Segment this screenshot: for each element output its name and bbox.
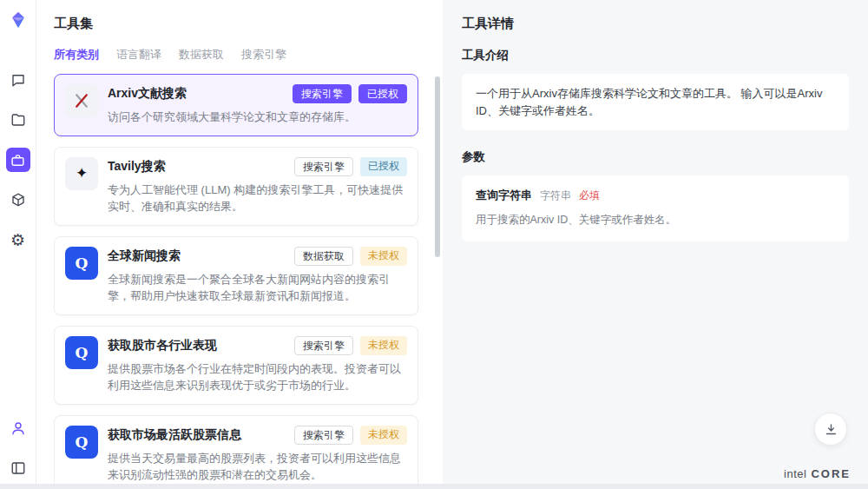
tool-title: 获取市场最活跃股票信息 xyxy=(108,427,241,443)
intro-text: 一个用于从Arxiv存储库搜索科学论文和文章的工具。 输入可以是Arxiv ID… xyxy=(476,87,822,117)
tool-title: 全球新闻搜索 xyxy=(108,248,181,264)
app-logo-icon xyxy=(9,10,28,33)
intro-heading: 工具介绍 xyxy=(462,48,849,63)
tool-detail-panel: 工具详情 工具介绍 一个用于从Arxiv存储库搜索科学论文和文章的工具。 输入可… xyxy=(443,0,868,489)
tool-card-most-active-stocks[interactable]: Q 获取市场最活跃股票信息 搜索引擎 未授权 提供当天交易量最高的股票列表，投资… xyxy=(54,415,418,485)
collapse-panel-icon[interactable] xyxy=(6,456,30,480)
param-card: 查询字符串 字符串 必填 用于搜索的Arxiv ID、关键字或作者姓名。 xyxy=(462,175,849,241)
tool-description: 全球新闻搜索是一个聚合全球各大新闻网站内容的搜索引擎，帮助用户快速获取全球最新资… xyxy=(108,271,407,305)
param-description: 用于搜索的Arxiv ID、关键字或作者姓名。 xyxy=(476,212,835,228)
auth-status-badge: 未授权 xyxy=(360,426,407,445)
tool-description: 提供当天交易量最高的股票列表，投资者可以利用这些信息来识别流动性强的股票和潜在的… xyxy=(108,450,407,484)
scrollbar-track xyxy=(435,76,440,480)
window-bottom-edge xyxy=(0,484,868,489)
arxiv-logo-icon xyxy=(65,84,98,117)
params-heading: 参数 xyxy=(462,149,849,165)
param-name: 查询字符串 xyxy=(476,187,532,204)
category-badge: 数据获取 xyxy=(294,247,353,266)
scrollbar-thumb[interactable] xyxy=(435,76,440,257)
toolbox-icon[interactable] xyxy=(6,148,30,172)
auth-status-badge: 未授权 xyxy=(360,247,407,266)
tool-title: 获取股市各行业表现 xyxy=(108,338,217,354)
tab-search-engine[interactable]: 搜索引擎 xyxy=(241,47,286,63)
tool-description: 专为人工智能代理 (LLM) 构建的搜索引擎工具，可快速提供实时、准确和真实的结… xyxy=(108,182,407,215)
intro-card: 一个用于从Arxiv存储库搜索科学论文和文章的工具。 输入可以是Arxiv ID… xyxy=(462,74,849,130)
tool-card-global-news[interactable]: Q 全球新闻搜索 数据获取 未授权 全球新闻搜索是一个聚合全球各大新闻网站内容的… xyxy=(54,236,418,315)
tool-card-tavily[interactable]: ✦ Tavily搜索 搜索引擎 已授权 专为人工智能代理 (LLM) 构建的搜索… xyxy=(54,147,418,226)
param-required-flag: 必填 xyxy=(579,188,600,203)
folder-icon[interactable] xyxy=(6,108,30,132)
tool-title: Tavily搜索 xyxy=(108,159,166,175)
tab-all-categories[interactable]: 所有类别 xyxy=(54,47,99,63)
intel-core-logo: intel CORE xyxy=(784,467,851,480)
stock-service-icon: Q xyxy=(65,336,98,369)
category-badge: 搜索引擎 xyxy=(294,157,353,176)
tab-translation[interactable]: 语言翻译 xyxy=(116,47,161,63)
stock-service-icon: Q xyxy=(65,426,98,459)
tool-description: 提供股票市场各个行业在特定时间段内的表现。投资者可以利用这些信息来识别表现优于或… xyxy=(108,360,407,394)
tavily-star-icon: ✦ xyxy=(65,157,98,190)
news-service-icon: Q xyxy=(65,247,98,280)
auth-status-badge: 未授权 xyxy=(360,336,407,355)
settings-gear-icon[interactable]: ⚙ xyxy=(6,228,30,252)
tool-list-panel: 工具集 所有类别 语言翻译 数据获取 搜索引擎 Arxiv文献搜索 xyxy=(36,0,443,489)
category-tabs: 所有类别 语言翻译 数据获取 搜索引擎 xyxy=(54,47,429,63)
tool-title: Arxiv文献搜索 xyxy=(108,86,187,102)
icon-rail: ⚙ xyxy=(0,0,36,489)
account-icon[interactable] xyxy=(6,416,30,440)
tool-card-sector-performance[interactable]: Q 获取股市各行业表现 搜索引擎 未授权 提供股票市场各个行业在特定时间段内的表… xyxy=(54,326,418,405)
tool-description: 访问各个研究领域大量科学论文和文章的存储库。 xyxy=(108,109,407,126)
app-window: ⚙ 工具集 所有类别 语言翻译 数据获取 搜索引擎 xyxy=(0,0,868,489)
tool-card-arxiv[interactable]: Arxiv文献搜索 搜索引擎 已授权 访问各个研究领域大量科学论文和文章的存储库… xyxy=(54,74,418,136)
download-button[interactable] xyxy=(814,413,847,446)
param-type: 字符串 xyxy=(540,188,571,203)
page-title: 工具集 xyxy=(54,16,429,32)
auth-status-badge: 已授权 xyxy=(360,157,407,176)
detail-title: 工具详情 xyxy=(462,16,849,32)
tool-card-list: Arxiv文献搜索 搜索引擎 已授权 访问各个研究领域大量科学论文和文章的存储库… xyxy=(54,74,429,484)
chat-icon[interactable] xyxy=(6,68,30,92)
package-icon[interactable] xyxy=(6,188,30,212)
auth-status-badge: 已授权 xyxy=(358,84,407,103)
tab-data-fetch[interactable]: 数据获取 xyxy=(179,47,224,63)
category-badge: 搜索引擎 xyxy=(294,336,353,355)
category-badge: 搜索引擎 xyxy=(293,84,352,103)
category-badge: 搜索引擎 xyxy=(294,426,353,445)
